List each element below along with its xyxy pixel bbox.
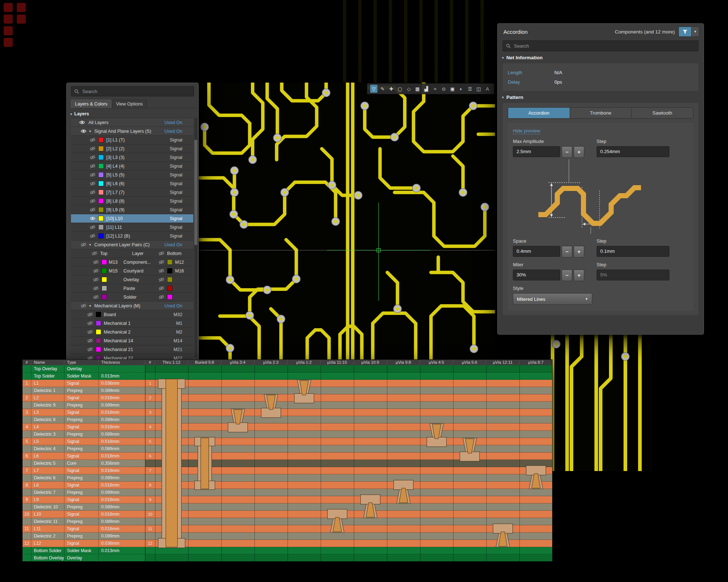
pair-header-row[interactable]: TopLayerBottom	[71, 249, 193, 258]
max-amplitude-increment-button[interactable]: +	[574, 146, 584, 158]
move-icon[interactable]: ✚	[388, 85, 395, 93]
layer-group-all-layers[interactable]: All LayersUsed On	[71, 118, 193, 127]
pcb-canvas-secondary[interactable]	[546, 335, 652, 471]
layer-row[interactable]: [1] L1 (T)Signal	[71, 136, 193, 144]
space-step-input[interactable]: 0.1mm	[597, 246, 669, 257]
used-on-link[interactable]: Used On	[165, 302, 182, 310]
expand-triangle-icon[interactable]: ▾	[89, 302, 91, 310]
chart-icon[interactable]: ▟	[423, 85, 430, 93]
used-on-link[interactable]: Used On	[165, 240, 182, 249]
layer-color-swatch[interactable]	[96, 329, 101, 335]
layer-row[interactable]: [7] L7 (7)Signal	[71, 188, 193, 197]
layer-color-swatch[interactable]	[98, 163, 104, 169]
net-information-header[interactable]: ▾ Net Information	[502, 55, 704, 60]
tab-view-options[interactable]: View Options	[112, 100, 147, 108]
layer-row[interactable]: [11] L11Signal	[71, 223, 193, 232]
layer-color-swatch[interactable]	[98, 137, 104, 143]
layer-color-swatch[interactable]	[98, 198, 104, 204]
text-icon[interactable]: A	[484, 85, 491, 93]
tab-accordion[interactable]: Accordion	[508, 108, 570, 118]
visibility-toggle[interactable]	[158, 249, 165, 258]
layer-color-swatch[interactable]	[102, 268, 107, 274]
expand-triangle-icon[interactable]: ▾	[89, 240, 91, 249]
expand-triangle-icon[interactable]: ▾	[89, 127, 91, 135]
visibility-toggle[interactable]	[90, 188, 96, 196]
layer-pair-row[interactable]: Paste	[71, 284, 193, 293]
miter-decrement-button[interactable]: −	[562, 270, 572, 281]
visibility-toggle[interactable]	[93, 267, 99, 275]
visibility-toggle[interactable]	[90, 179, 96, 188]
tab-sawtooth[interactable]: Sawtooth	[631, 108, 693, 118]
layer-group[interactable]: ▾Component Layer Pairs (C)Used On	[71, 240, 193, 249]
layer-color-swatch[interactable]	[98, 224, 104, 230]
visibility-toggle[interactable]	[90, 136, 96, 144]
layer-color-swatch[interactable]	[98, 190, 104, 195]
tab-layers-colors[interactable]: Layers & Colors	[71, 100, 111, 108]
filter-button[interactable]	[678, 27, 692, 37]
layer-color-swatch[interactable]	[98, 207, 104, 212]
layer-row[interactable]: [8] L8 (8)Signal	[71, 197, 193, 206]
layer-color-swatch[interactable]	[167, 286, 173, 291]
layer-color-swatch[interactable]	[102, 294, 107, 300]
layer-row[interactable]: [10] L10Signal	[71, 214, 193, 223]
layer-color-swatch[interactable]	[96, 338, 101, 343]
layer-color-swatch[interactable]	[167, 277, 173, 282]
used-on-link[interactable]: Used On	[165, 118, 182, 127]
amplitude-step-input[interactable]: 0.254mm	[597, 146, 669, 157]
visibility-toggle[interactable]	[80, 127, 87, 135]
probe-icon[interactable]: ⊙	[440, 85, 447, 93]
max-amplitude-decrement-button[interactable]: −	[562, 146, 572, 158]
lasso-icon[interactable]: ◇	[405, 85, 412, 93]
list-icon[interactable]: ☰	[466, 85, 474, 93]
visibility-toggle[interactable]	[93, 293, 99, 301]
layer-color-swatch[interactable]	[98, 181, 104, 186]
visibility-toggle[interactable]	[158, 293, 165, 301]
layer-color-swatch[interactable]	[96, 312, 101, 317]
visibility-toggle[interactable]	[93, 275, 99, 284]
scrollbar-thumb[interactable]	[194, 140, 197, 245]
miter-step-input[interactable]: 5%	[597, 270, 669, 280]
visibility-toggle[interactable]	[87, 328, 93, 336]
visibility-toggle[interactable]	[90, 153, 96, 162]
layer-color-swatch[interactable]	[96, 320, 101, 326]
visibility-toggle[interactable]	[79, 118, 85, 127]
layer-row[interactable]: [4] L4 (4)Signal	[71, 162, 193, 171]
visibility-toggle[interactable]	[90, 206, 96, 214]
visibility-toggle[interactable]	[90, 171, 96, 179]
hide-preview-link[interactable]: Hide preview	[513, 128, 540, 134]
visibility-toggle[interactable]	[90, 144, 96, 153]
layer-row[interactable]: [3] L3 (3)Signal	[71, 153, 193, 162]
marquee-icon[interactable]: ▢	[396, 85, 404, 93]
visibility-toggle[interactable]	[158, 284, 165, 292]
pcb-canvas[interactable]: ▽✎✚▢◇▦▟≈⊙▣◐☰◫A	[197, 83, 495, 362]
mechanical-layer-row[interactable]: Mechanical 2M2	[71, 328, 193, 336]
layer-color-swatch[interactable]	[98, 172, 104, 178]
layers-search-input[interactable]	[82, 88, 191, 95]
space-decrement-button[interactable]: −	[562, 246, 572, 258]
visibility-toggle[interactable]	[93, 284, 99, 292]
board-icon[interactable]: ◫	[475, 85, 482, 93]
visibility-toggle[interactable]	[80, 302, 87, 310]
visibility-toggle[interactable]	[80, 240, 87, 249]
layer-color-swatch[interactable]	[102, 286, 107, 291]
image-icon[interactable]: ▣	[449, 85, 456, 93]
layer-color-swatch[interactable]	[167, 268, 173, 274]
layer-row[interactable]: [9] L9 (9)Signal	[71, 206, 193, 214]
layer-color-swatch[interactable]	[98, 233, 104, 239]
layer-pair-row[interactable]: M15CourtyardM16	[71, 267, 193, 275]
space-increment-button[interactable]: +	[574, 246, 584, 258]
mechanical-layer-row[interactable]: Mechanical 21M21	[71, 345, 193, 354]
layer-color-swatch[interactable]	[98, 216, 104, 221]
layer-row[interactable]: [5] L5 (5)Signal	[71, 171, 193, 179]
visibility-toggle[interactable]	[90, 223, 96, 231]
layer-pair-row[interactable]: Overlay	[71, 275, 193, 284]
visibility-toggle[interactable]	[87, 319, 93, 327]
contrast-icon[interactable]: ◐	[458, 85, 465, 93]
visibility-toggle[interactable]	[91, 249, 98, 258]
mechanical-layer-row[interactable]: BoardM32	[71, 310, 193, 319]
layer-color-swatch[interactable]	[167, 259, 173, 265]
layer-color-swatch[interactable]	[98, 146, 104, 151]
filter-dropdown-button[interactable]: ▼	[692, 27, 699, 37]
panel-search[interactable]	[503, 40, 699, 51]
layer-color-swatch[interactable]	[167, 294, 173, 300]
